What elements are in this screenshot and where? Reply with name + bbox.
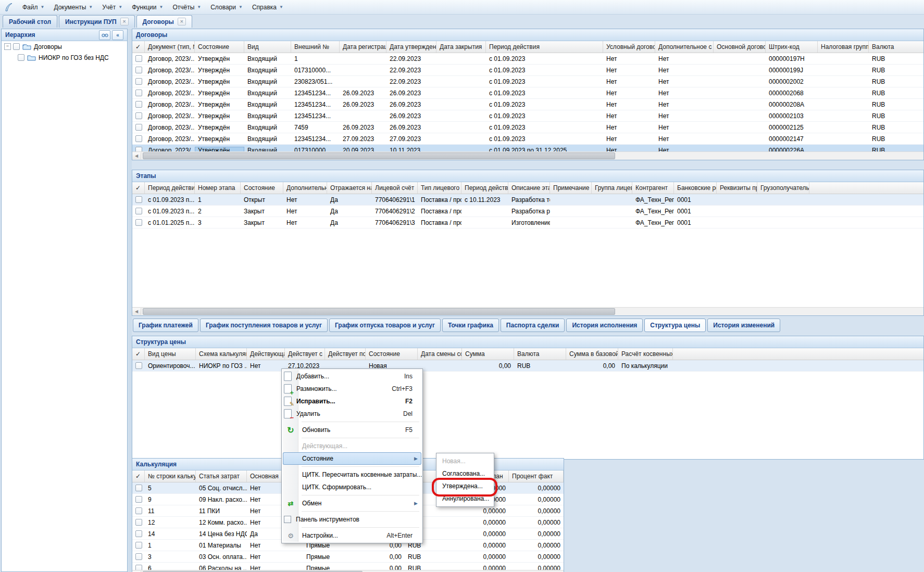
table-cell[interactable]: Нет [655,78,714,85]
context-menu-item[interactable]: ЦИТК. Сформировать... ▶ [283,481,421,493]
column-header[interactable]: Отражается на су [327,182,372,194]
scrollbar-thumb[interactable] [143,152,615,159]
table-cell[interactable] [132,565,145,570]
table-row[interactable]: Договор, 2023/...УтверждёнВходящий745926… [132,122,923,133]
table-row[interactable]: 606 Расходы на ...НетПрямые0,00RUB0,0000… [132,563,564,570]
table-cell[interactable]: 0,00 [462,362,514,370]
table-cell[interactable]: Нет [247,362,285,370]
table-cell[interactable]: НИОКР по ГОЗ ... [196,362,247,370]
table-cell[interactable]: с 01.01.2025 п... [145,219,195,226]
table-cell[interactable]: RUB [869,67,923,74]
table-cell[interactable]: 1 [291,55,340,62]
row-checkbox[interactable] [135,496,142,503]
column-header[interactable]: Реквизиты принад [717,182,757,194]
table-cell[interactable]: Нет [655,112,714,120]
table-cell[interactable]: 0,00000 [459,507,509,515]
column-header[interactable]: Вид цены [145,348,196,360]
context-menu-item[interactable]: Размножить... Ctrl+F3 ▶ [283,383,421,395]
column-header[interactable]: Внешний № [291,41,340,53]
table-cell[interactable]: 0001 [674,196,717,204]
table-cell[interactable]: 06 Расходы на ... [196,565,247,570]
table-cell[interactable]: с 01.09.2023 [486,78,603,85]
column-header[interactable]: ✓ [132,348,145,360]
table-cell[interactable]: RUB [869,101,923,108]
table-cell[interactable]: 230823/051... [291,78,340,85]
table-cell[interactable]: Прямые [303,553,355,561]
table-cell[interactable]: 0,00000 [509,530,564,538]
table-cell[interactable]: с 01.09.2023 п... [145,208,195,215]
column-header[interactable]: Контрагент [632,182,674,194]
scrollbar-thumb[interactable] [143,308,615,315]
table-cell[interactable]: RUB [869,135,923,143]
column-header[interactable]: Схема калькуляци [196,348,247,360]
menu-item[interactable]: Документы ▼ [49,2,97,12]
table-cell[interactable] [132,219,145,226]
column-header[interactable]: Лицевой счёт [372,182,418,194]
detail-tab[interactable]: История изменений [707,319,780,332]
table-cell[interactable]: 26.09.2023 [340,90,386,97]
context-menu-item[interactable]: Удалить Del ▶ [283,408,421,420]
table-cell[interactable]: 6 [145,565,196,570]
table-cell[interactable] [132,124,145,131]
table-cell[interactable]: 123451234... [291,90,340,97]
row-checkbox[interactable] [135,530,142,537]
table-cell[interactable] [132,530,145,537]
table-cell[interactable]: Разработка ра... [508,208,550,215]
table-row[interactable]: Договор, 2023/...УтверждёнВходящий017310… [132,65,923,76]
table-cell[interactable]: Закрыт [241,219,283,226]
table-cell[interactable]: RUB [405,553,459,561]
table-cell[interactable]: Входящий [244,135,291,143]
table-cell[interactable]: Договор, 2023/... [145,112,195,120]
menu-item[interactable]: Отчёты ▼ [168,2,206,12]
table-cell[interactable]: Входящий [244,124,291,131]
document-tab[interactable]: Договоры ✕ [136,15,192,28]
table-row[interactable]: Договор, 2023/...УтверждёнВходящий230823… [132,76,923,87]
table-cell[interactable]: 1 [145,542,196,549]
table-cell[interactable]: Нет [655,55,714,62]
table-cell[interactable]: Нет [603,78,655,85]
table-cell[interactable]: Да [327,208,372,215]
table-cell[interactable]: Договор, 2023/... [145,67,195,74]
column-header[interactable]: Состояние [241,182,283,194]
table-cell[interactable]: Нет [603,112,655,120]
column-header[interactable]: Сумма в базовой в [566,348,618,360]
table-cell[interactable]: Входящий [244,67,291,74]
table-cell[interactable]: Да [327,196,372,204]
table-cell[interactable]: 3 [145,553,196,561]
table-cell[interactable]: 12 [145,519,196,526]
table-cell[interactable]: 0000002125 [766,124,818,131]
tab-close-icon[interactable]: ✕ [120,18,129,26]
column-header[interactable]: Описание этапа [508,182,550,194]
column-header[interactable]: Вид [244,41,291,53]
panel-splitter[interactable] [128,29,132,572]
table-cell[interactable]: RUB [869,147,923,152]
table-cell[interactable] [132,507,145,514]
table-row[interactable]: Договор, 2023/...УтверждёнВходящий123451… [132,99,923,110]
table-cell[interactable] [132,135,145,142]
collapse-panel-button[interactable]: « [112,30,123,40]
column-header[interactable]: Банковские рекви [674,182,717,194]
table-cell[interactable]: 0,00000 [509,507,564,515]
table-cell[interactable]: 017310000... [291,67,340,74]
table-cell[interactable]: 000000197H [766,55,818,62]
detail-tab[interactable]: График отпуска товаров и услуг [329,319,441,332]
table-cell[interactable]: Договор, 2023/... [145,147,195,152]
column-header[interactable]: Период действия д [461,182,508,194]
table-cell[interactable]: 20.09.2023 [340,147,386,152]
submenu-item[interactable]: Новая... [438,455,493,467]
table-cell[interactable]: 0000002147 [766,135,818,143]
table-cell[interactable]: 0000002068 [766,90,818,97]
table-cell[interactable]: Нет [655,147,714,152]
table-cell[interactable]: 0,00000 [509,519,564,526]
table-cell[interactable]: 0,00000 [509,496,564,503]
table-cell[interactable]: 1 [195,196,241,204]
table-cell[interactable]: Нет [603,67,655,74]
table-cell[interactable]: 27.09.2023 [386,135,436,143]
table-cell[interactable]: 11 ПКИ [196,507,247,515]
row-checkbox[interactable] [135,135,142,142]
column-header[interactable]: Дата закрытия [436,41,486,53]
table-cell[interactable]: 01 Материалы [196,542,247,549]
context-menu-item[interactable]: ▶ [283,526,421,529]
row-checkbox[interactable] [135,565,142,570]
row-checkbox[interactable] [135,362,142,369]
